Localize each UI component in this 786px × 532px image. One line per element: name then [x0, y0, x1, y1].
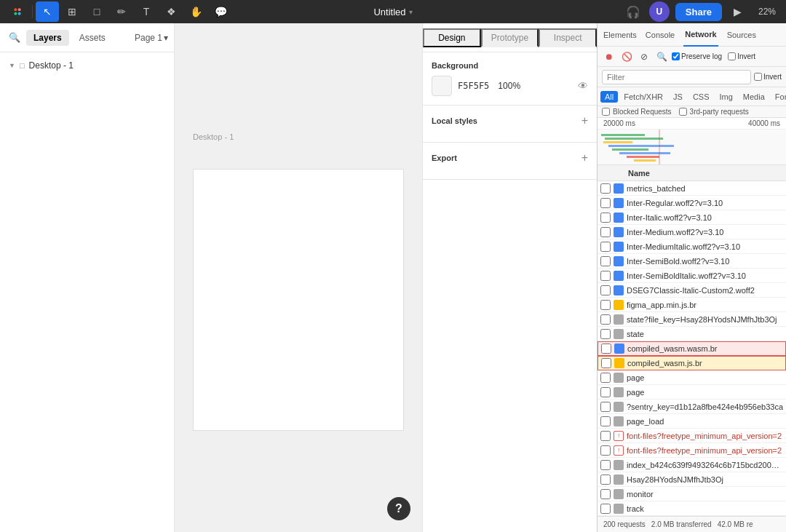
- row-checkbox[interactable]: [600, 416, 611, 426]
- row-checkbox[interactable]: [600, 213, 611, 223]
- network-row[interactable]: compiled_wasm.wasm.br: [598, 341, 786, 356]
- row-checkbox[interactable]: [600, 314, 611, 325]
- row-name: index_b424c639f9493264c6b715bcd20020b: [627, 461, 783, 469]
- row-checkbox[interactable]: [600, 329, 611, 339]
- network-row[interactable]: track: [598, 501, 786, 516]
- color-swatch[interactable]: [432, 76, 452, 96]
- console-tab[interactable]: Console: [646, 31, 675, 39]
- network-row[interactable]: monitor: [598, 487, 786, 501]
- component-tool-button[interactable]: ❖: [159, 1, 183, 22]
- filter-tab-img[interactable]: Img: [715, 91, 737, 103]
- row-checkbox[interactable]: [600, 504, 611, 514]
- play-button[interactable]: ▶: [728, 1, 748, 22]
- filter-tab-css[interactable]: CSS: [688, 91, 714, 103]
- record-button[interactable]: ⏺: [602, 49, 616, 64]
- row-checkbox[interactable]: [600, 387, 611, 397]
- preserve-log-checkbox[interactable]: [672, 52, 680, 60]
- row-checkbox[interactable]: [600, 489, 611, 499]
- network-row[interactable]: ?sentry_key=d1b12a8fbe424e4b956eb33ca: [598, 400, 786, 414]
- network-row[interactable]: figma_app.min.js.br: [598, 298, 786, 312]
- visibility-toggle-button[interactable]: 👁: [578, 80, 588, 92]
- network-row[interactable]: metrics_batched: [598, 181, 786, 196]
- blocked-requests-checkbox[interactable]: [602, 108, 610, 116]
- filter-tab-fetchxhr[interactable]: Fetch/XHR: [619, 91, 667, 103]
- network-row[interactable]: state?file_key=Hsay28HYodsNJMfhJtb3Oj: [598, 312, 786, 327]
- filter-tab-js[interactable]: JS: [669, 91, 687, 103]
- network-row[interactable]: compiled_wasm.js.br: [598, 356, 786, 370]
- network-row[interactable]: index_b424c639f9493264c6b715bcd20020b: [598, 458, 786, 472]
- row-checkbox[interactable]: [601, 344, 611, 354]
- row-checkbox[interactable]: [600, 460, 611, 470]
- search-network-button[interactable]: 🔍: [654, 49, 669, 64]
- clear-button[interactable]: 🚫: [619, 49, 634, 64]
- layer-desktop-1[interactable]: ▼ □ Desktop - 1: [3, 58, 171, 73]
- export-add-button[interactable]: +: [581, 151, 588, 164]
- network-row[interactable]: Inter-Medium.woff2?v=3.10: [598, 225, 786, 239]
- row-checkbox[interactable]: [600, 271, 611, 281]
- network-tab[interactable]: Network: [683, 23, 718, 47]
- row-checkbox[interactable]: [600, 242, 611, 252]
- row-name: Inter-Regular.woff2?v=3.10: [627, 199, 783, 207]
- network-row[interactable]: Inter-Italic.woff2?v=3.10: [598, 210, 786, 225]
- inspect-tab[interactable]: Inspect: [539, 28, 597, 47]
- shape-tool-button[interactable]: □: [85, 1, 108, 22]
- dt-filter-icon-button[interactable]: ⊘: [637, 49, 651, 64]
- filter-tab-font[interactable]: Font: [771, 91, 786, 103]
- canvas[interactable]: Desktop - 1 ?: [175, 23, 422, 532]
- row-checkbox[interactable]: [600, 183, 611, 194]
- elements-tab[interactable]: Elements: [603, 31, 637, 39]
- layers-tab[interactable]: Layers: [26, 30, 69, 46]
- local-styles-add-button[interactable]: +: [581, 114, 588, 127]
- text-tool-button[interactable]: T: [135, 1, 158, 22]
- row-checkbox[interactable]: [600, 402, 611, 412]
- search-icon-button[interactable]: 🔍: [6, 29, 23, 47]
- row-checkbox[interactable]: [600, 431, 611, 441]
- sources-tab[interactable]: Sources: [727, 31, 756, 39]
- page-selector[interactable]: Page 1 ▾: [135, 33, 168, 43]
- figma-menu-button[interactable]: [6, 1, 29, 22]
- network-row[interactable]: state: [598, 327, 786, 341]
- filter-tab-media[interactable]: Media: [739, 91, 769, 103]
- comment-tool-button[interactable]: 💬: [209, 1, 232, 22]
- row-checkbox[interactable]: [600, 198, 611, 208]
- share-button[interactable]: Share: [675, 3, 722, 21]
- row-checkbox[interactable]: [600, 300, 611, 310]
- design-tab[interactable]: Design: [423, 28, 481, 47]
- network-row[interactable]: page: [598, 385, 786, 400]
- hand-tool-button[interactable]: ✋: [184, 1, 207, 22]
- headphone-button[interactable]: 🎧: [623, 1, 643, 22]
- network-row[interactable]: Hsay28HYodsNJMfhJtb3Oj: [598, 472, 786, 487]
- frame-tool-button[interactable]: ⊞: [60, 1, 84, 22]
- filter-input[interactable]: [602, 70, 751, 84]
- row-checkbox[interactable]: [601, 358, 611, 368]
- prototype-tab[interactable]: Prototype: [481, 28, 539, 47]
- network-row[interactable]: !font-files?freetype_minimum_api_version…: [598, 429, 786, 443]
- row-checkbox[interactable]: [600, 373, 611, 383]
- zoom-control[interactable]: 22%: [754, 4, 780, 20]
- row-checkbox[interactable]: [600, 475, 611, 485]
- row-checkbox[interactable]: [600, 256, 611, 266]
- network-row[interactable]: !font-files?freetype_minimum_api_version…: [598, 443, 786, 458]
- assets-tab[interactable]: Assets: [72, 30, 113, 46]
- canvas-frame: [193, 169, 404, 431]
- help-button[interactable]: ?: [387, 497, 410, 520]
- network-row[interactable]: page: [598, 370, 786, 385]
- select-tool-button[interactable]: ↖: [36, 1, 59, 22]
- invert-checkbox[interactable]: [754, 73, 762, 81]
- row-checkbox[interactable]: [600, 445, 611, 456]
- network-row[interactable]: Inter-MediumItalic.woff2?v=3.10: [598, 239, 786, 254]
- name-column-header[interactable]: Name: [614, 169, 783, 178]
- avatar[interactable]: U: [649, 1, 670, 22]
- network-row[interactable]: Inter-Regular.woff2?v=3.10: [598, 196, 786, 210]
- network-row[interactable]: DSEG7Classic-Italic-Custom2.woff2: [598, 283, 786, 298]
- network-row[interactable]: Inter-SemiBoldItalic.woff2?v=3.10: [598, 269, 786, 283]
- row-checkbox[interactable]: [600, 285, 611, 295]
- network-row[interactable]: page_load: [598, 414, 786, 429]
- filter-tab-all[interactable]: All: [600, 91, 618, 103]
- pen-tool-button[interactable]: ✏: [110, 1, 133, 22]
- third-party-checkbox[interactable]: [679, 108, 687, 116]
- network-row[interactable]: Inter-SemiBold.woff2?v=3.10: [598, 254, 786, 269]
- row-checkbox[interactable]: [600, 227, 611, 237]
- row-type-icon: [614, 344, 624, 354]
- disable-cache-checkbox[interactable]: [728, 52, 736, 60]
